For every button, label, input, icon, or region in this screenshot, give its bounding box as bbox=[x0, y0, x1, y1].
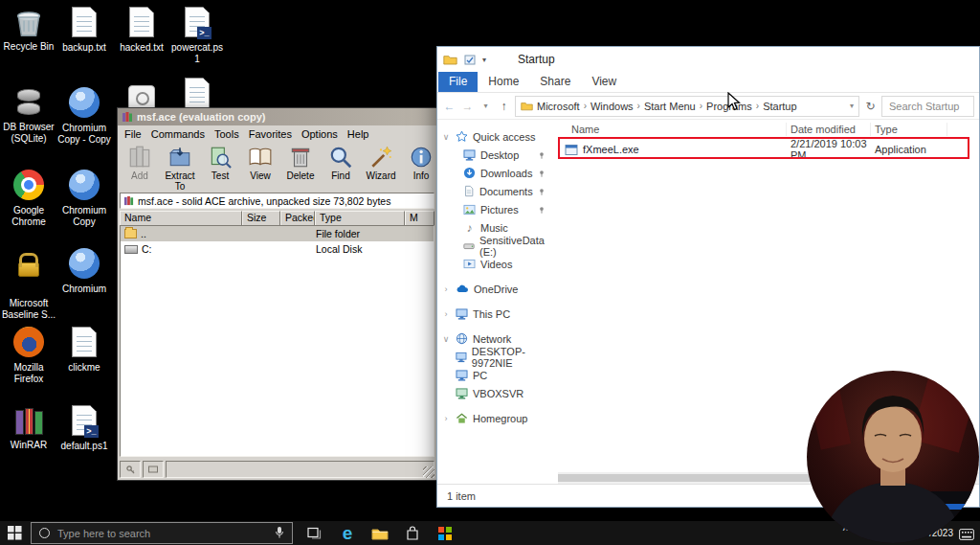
sidebar-item-documents[interactable]: Documents bbox=[437, 182, 558, 200]
archive-row-c-drive[interactable]: C: Local Disk bbox=[121, 241, 434, 257]
toolbar-label: Info bbox=[413, 170, 430, 181]
recent-locations-dropdown-icon[interactable]: ▾ bbox=[479, 102, 493, 110]
sidebar-item-sensitivedata-drive[interactable]: SensitiveData (E:) bbox=[437, 237, 558, 255]
sidebar-item-pc[interactable]: PC bbox=[437, 366, 558, 384]
desktop-icon-backup-txt[interactable]: backup.txt bbox=[56, 6, 112, 54]
extract-to-button[interactable]: Extract To bbox=[160, 144, 200, 192]
chevron-down-icon[interactable]: ∨ bbox=[441, 334, 451, 344]
tab-file[interactable]: File bbox=[438, 72, 478, 92]
chevron-down-icon[interactable]: ∨ bbox=[441, 132, 451, 142]
chevron-right-icon[interactable]: › bbox=[441, 309, 451, 319]
desktop-icon-label: Chromium Copy - Copy bbox=[56, 123, 112, 146]
sidebar-item-videos[interactable]: Videos bbox=[437, 255, 558, 273]
desktop-icon-db-browser[interactable]: DB Browser (SQLite) bbox=[1, 86, 56, 145]
breadcrumb-startup[interactable]: Startup bbox=[763, 101, 796, 112]
quick-access-toolbar-icon[interactable] bbox=[464, 55, 476, 65]
menu-help[interactable]: Help bbox=[343, 127, 374, 141]
quick-access-star-icon bbox=[456, 130, 468, 143]
search-placeholder: Search Startup bbox=[889, 101, 959, 112]
recycle-bin-icon bbox=[12, 6, 45, 38]
sidebar-item-desktop-9972nie[interactable]: DESKTOP-9972NIE bbox=[437, 348, 558, 366]
back-button[interactable]: ← bbox=[442, 100, 457, 113]
search-box[interactable]: Search Startup bbox=[881, 96, 974, 117]
menu-tools[interactable]: Tools bbox=[210, 127, 244, 141]
chevron-right-icon[interactable]: › bbox=[441, 284, 451, 294]
desktop-icon-chromium-copy-copy[interactable]: Chromium Copy - Copy bbox=[56, 86, 112, 146]
archive-row-up[interactable]: .. File folder bbox=[121, 226, 434, 241]
resize-grip[interactable] bbox=[423, 466, 434, 478]
archiver-address-bar[interactable]: msf.ace - solid ACE archive, unpacked si… bbox=[120, 193, 434, 209]
desktop-icon-powercat-ps1[interactable]: >_ powercat.ps1 bbox=[169, 6, 225, 65]
qat-dropdown-icon[interactable]: ▾ bbox=[482, 56, 486, 64]
breadcrumb-start-menu[interactable]: Start Menu bbox=[644, 101, 696, 112]
desktop-icon-label: Google Chrome bbox=[1, 205, 56, 228]
tab-share[interactable]: Share bbox=[529, 72, 581, 92]
tab-home[interactable]: Home bbox=[478, 72, 529, 92]
breadcrumb-windows[interactable]: Windows bbox=[590, 101, 634, 112]
column-type[interactable]: Type bbox=[315, 211, 405, 226]
download-arrow-icon bbox=[463, 167, 476, 179]
desktop-icon-winrar[interactable]: WinRAR bbox=[1, 404, 56, 451]
sidebar-item-vboxsvr[interactable]: VBOXSVR bbox=[437, 384, 558, 402]
sidebar-item-label: Documents bbox=[479, 186, 533, 197]
explorer-titlebar[interactable]: ▾ Startup bbox=[437, 47, 979, 72]
column-name[interactable]: Name bbox=[558, 123, 787, 136]
desktop-icon-clickme[interactable]: clickme bbox=[56, 326, 112, 374]
desktop-icon-recycle-bin[interactable]: Recycle Bin bbox=[1, 6, 56, 53]
forward-button[interactable]: → bbox=[460, 100, 475, 113]
sidebar-item-this-pc[interactable]: › This PC bbox=[437, 305, 558, 323]
touch-keyboard-icon[interactable] bbox=[959, 527, 974, 544]
picture-icon bbox=[463, 204, 476, 216]
delete-button[interactable]: Delete bbox=[280, 144, 321, 192]
menu-commands[interactable]: Commands bbox=[146, 127, 210, 141]
document-icon bbox=[181, 78, 213, 110]
network-computer-icon bbox=[456, 388, 468, 399]
info-button[interactable]: Info bbox=[401, 144, 441, 192]
up-button[interactable]: ↑ bbox=[497, 100, 511, 113]
sidebar-item-downloads[interactable]: Downloads bbox=[437, 164, 558, 182]
sidebar-item-pictures[interactable]: Pictures bbox=[437, 200, 558, 218]
computer-icon bbox=[456, 352, 467, 363]
chevron-right-icon[interactable]: › bbox=[441, 414, 451, 423]
desktop-icon-label: powercat.ps1 bbox=[169, 42, 225, 65]
wizard-button[interactable]: Wizard bbox=[361, 144, 401, 192]
breadcrumb: Microsoft› Windows› Start Menu› Programs… bbox=[537, 101, 797, 112]
onedrive-cloud-icon bbox=[456, 284, 469, 293]
menu-options[interactable]: Options bbox=[297, 127, 343, 141]
address-bar[interactable]: Microsoft› Windows› Start Menu› Programs… bbox=[515, 96, 859, 117]
column-packed[interactable]: Packed bbox=[280, 211, 315, 226]
column-type[interactable]: Type bbox=[871, 123, 947, 136]
sidebar-item-quick-access[interactable]: ∨ Quick access bbox=[437, 127, 558, 146]
sidebar-item-homegroup[interactable]: › Homegroup bbox=[437, 409, 558, 427]
tab-view[interactable]: View bbox=[581, 72, 627, 92]
find-button[interactable]: Find bbox=[321, 144, 361, 192]
column-date-modified[interactable]: Date modified bbox=[787, 123, 871, 136]
desktop-icon-hacked-txt[interactable]: hacked.txt bbox=[114, 6, 169, 54]
desktop-icon-chromium[interactable]: Chromium bbox=[56, 247, 112, 295]
breadcrumb-folder-icon bbox=[521, 101, 533, 111]
column-modified[interactable]: M bbox=[405, 211, 434, 226]
desktop-icon-chromium-copy[interactable]: Chromium Copy bbox=[56, 169, 112, 228]
test-button[interactable]: Test bbox=[200, 144, 240, 192]
menu-favorites[interactable]: Favorites bbox=[244, 127, 297, 141]
desktop-icon-firefox[interactable]: Mozilla Firefox bbox=[1, 326, 56, 385]
row-name: C: bbox=[142, 243, 152, 255]
archiver-toolbar: Add Extract To Test View Delete Find bbox=[118, 142, 436, 192]
breadcrumb-microsoft[interactable]: Microsoft bbox=[537, 101, 580, 112]
sidebar-item-onedrive[interactable]: › OneDrive bbox=[437, 280, 558, 298]
column-name[interactable]: Name bbox=[120, 211, 242, 226]
drive-icon bbox=[463, 241, 475, 251]
menu-file[interactable]: File bbox=[120, 127, 146, 141]
sidebar-item-desktop[interactable]: Desktop bbox=[437, 146, 558, 164]
desktop-icon-default-ps1[interactable]: >_ default.ps1 bbox=[56, 404, 112, 452]
refresh-button[interactable]: ↻ bbox=[863, 100, 878, 113]
desktop-icon-google-chrome[interactable]: Google Chrome bbox=[1, 169, 56, 228]
address-dropdown-icon[interactable]: ▾ bbox=[850, 102, 854, 110]
sidebar-item-label: Homegroup bbox=[473, 413, 527, 424]
powershell-script-icon: >_ bbox=[68, 405, 100, 438]
view-button[interactable]: View bbox=[240, 144, 280, 192]
desktop-icon-ms-baseline[interactable]: Microsoft Baseline S... bbox=[1, 247, 56, 321]
window-title: Startup bbox=[518, 53, 555, 66]
column-size[interactable]: Size bbox=[242, 211, 280, 226]
archiver-titlebar[interactable]: msf.ace (evaluation copy) bbox=[118, 108, 436, 125]
